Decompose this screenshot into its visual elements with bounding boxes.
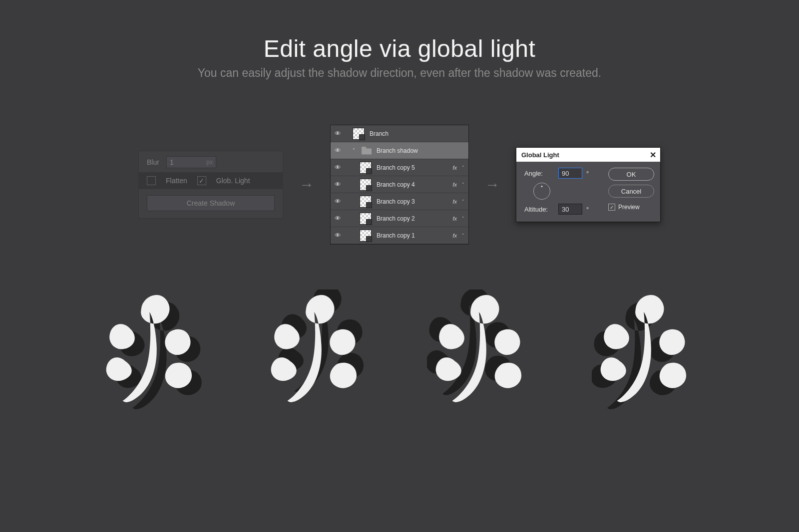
layer-name: Branch copy 5 [375, 164, 449, 171]
layer-row[interactable]: 👁Branch copy 1fx˅ [331, 227, 468, 244]
fx-badge[interactable]: fx [452, 165, 457, 171]
blur-row: Blur 1 px [139, 151, 283, 172]
flatten-checkbox[interactable] [147, 176, 156, 185]
angle-dial[interactable] [533, 183, 550, 200]
chevron-down-icon[interactable]: ˅ [460, 199, 464, 204]
preview-checkbox[interactable]: ✓ [608, 204, 615, 211]
preview-row: ✓ Preview [608, 202, 654, 211]
cancel-button[interactable]: Cancel [608, 185, 654, 198]
visibility-icon[interactable]: 👁 [331, 181, 345, 188]
globlight-label: Glob. Light [216, 177, 250, 185]
visibility-icon[interactable]: 👁 [331, 232, 345, 239]
layer-name: Branch shadow [375, 147, 464, 154]
layer-name: Branch copy 2 [375, 215, 449, 222]
degree-symbol: ° [586, 170, 589, 177]
flatten-label: Flatten [166, 177, 187, 185]
layer-thumbnail [360, 162, 372, 174]
create-shadow-button[interactable]: Create Shadow [147, 195, 275, 211]
create-shadow-panel: Blur 1 px Flatten ✓ Glob. Light Create S… [138, 151, 283, 219]
layer-row[interactable]: 👁Branch [331, 125, 468, 142]
leaves-row [0, 289, 799, 409]
angle-input[interactable]: 90 [558, 168, 582, 179]
layer-row[interactable]: 👁Branch copy 2fx˅ [331, 210, 468, 227]
visibility-icon[interactable]: 👁 [331, 147, 345, 154]
blur-unit: px [206, 159, 213, 166]
folder-icon [362, 147, 372, 155]
globlight-checkbox[interactable]: ✓ [197, 176, 206, 185]
dialog-titlebar: Global Light ✕ [516, 148, 660, 162]
options-row: Flatten ✓ Glob. Light [139, 172, 283, 189]
panels-row: Blur 1 px Flatten ✓ Glob. Light Create S… [0, 125, 799, 245]
layer-name: Branch [368, 130, 464, 137]
chevron-down-icon[interactable]: ˅ [460, 182, 464, 187]
chevron-down-icon[interactable]: ˅ [460, 233, 464, 238]
degree-symbol: ° [586, 206, 589, 213]
fx-badge[interactable]: fx [452, 182, 457, 188]
visibility-icon[interactable]: 👁 [331, 215, 345, 222]
arrow-icon: → [485, 176, 500, 193]
layer-thumbnail [360, 230, 372, 242]
blur-label: Blur [147, 158, 159, 166]
preview-label: Preview [618, 204, 640, 211]
chevron-down-icon[interactable]: ˅ [460, 216, 464, 221]
layer-thumbnail [360, 213, 372, 225]
fx-badge[interactable]: fx [452, 216, 457, 222]
fx-badge[interactable]: fx [452, 233, 457, 239]
layer-thumbnail [360, 179, 372, 191]
ok-button[interactable]: OK [608, 168, 654, 181]
layer-thumbnail [360, 196, 372, 208]
close-icon[interactable]: ✕ [650, 150, 656, 160]
leaf-example [592, 289, 702, 409]
layer-row[interactable]: 👁Branch copy 5fx˅ [331, 159, 468, 176]
layer-name: Branch copy 3 [375, 198, 449, 205]
layer-name: Branch copy 1 [375, 232, 449, 239]
angle-label: Angle: [524, 170, 554, 177]
global-light-dialog: Global Light ✕ Angle: 90 ° Altitude: 30 … [516, 147, 661, 222]
fx-badge[interactable]: fx [452, 199, 457, 205]
visibility-icon[interactable]: 👁 [331, 198, 345, 205]
arrow-icon: → [299, 176, 314, 193]
expand-icon[interactable]: ˅ [353, 148, 359, 153]
page-subtitle: You can easily adjust the shadow directi… [0, 66, 799, 80]
leaf-example [262, 289, 372, 409]
layers-panel: 👁Branch👁˅Branch shadow👁Branch copy 5fx˅👁… [330, 125, 469, 245]
layer-name: Branch copy 4 [375, 181, 449, 188]
layer-row[interactable]: 👁˅Branch shadow [331, 142, 468, 159]
blur-input[interactable]: 1 px [166, 156, 216, 168]
layer-thumbnail [353, 128, 365, 140]
visibility-icon[interactable]: 👁 [331, 164, 345, 171]
chevron-down-icon[interactable]: ˅ [460, 165, 464, 170]
altitude-input[interactable]: 30 [558, 204, 582, 215]
blur-value: 1 [170, 158, 174, 166]
dialog-title: Global Light [521, 151, 559, 159]
leaf-example [97, 289, 207, 409]
leaf-example [427, 289, 537, 409]
layer-row[interactable]: 👁Branch copy 3fx˅ [331, 193, 468, 210]
visibility-icon[interactable]: 👁 [331, 130, 345, 137]
altitude-label: Altitude: [524, 206, 554, 213]
page-title: Edit angle via global light [0, 0, 799, 62]
layer-row[interactable]: 👁Branch copy 4fx˅ [331, 176, 468, 193]
